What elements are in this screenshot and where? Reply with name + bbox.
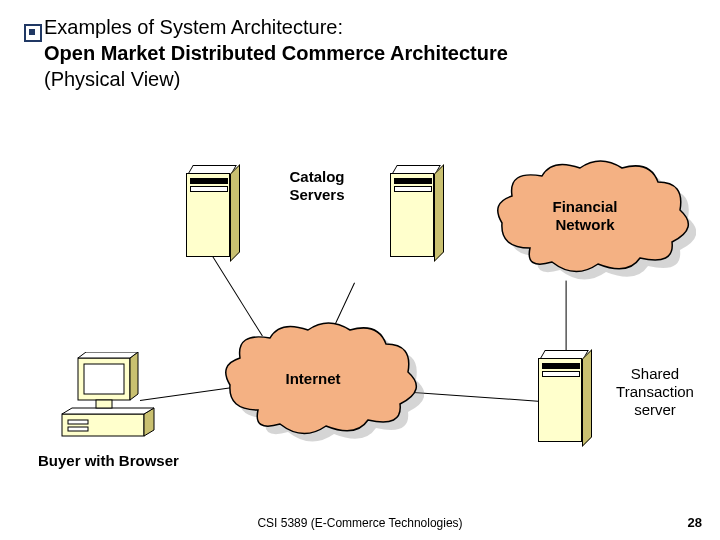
page-number: 28 (688, 515, 702, 530)
svg-rect-4 (68, 427, 88, 431)
bullet-icon (24, 24, 42, 42)
title-line1: Examples of System Architecture: (44, 16, 343, 38)
internet-label: Internet (218, 370, 408, 388)
financial-network-label: Financial Network (490, 198, 680, 234)
catalog-servers-label: Catalog Servers (262, 168, 372, 204)
server-icon (538, 350, 588, 440)
server-icon (186, 165, 236, 255)
slide: Examples of System Architecture: Open Ma… (0, 0, 720, 540)
slide-title: Examples of System Architecture: Open Ma… (44, 14, 508, 92)
internet-cloud: Internet (218, 320, 408, 430)
buyer-label: Buyer with Browser (38, 452, 218, 470)
title-line2: Open Market Distributed Commerce Archite… (44, 42, 508, 64)
pc-icon (56, 352, 166, 442)
server-icon (390, 165, 440, 255)
connector (565, 281, 566, 361)
footer-text: CSI 5389 (E-Commerce Technologies) (0, 516, 720, 530)
title-line3: (Physical View) (44, 68, 180, 90)
svg-rect-9 (96, 400, 112, 408)
svg-marker-7 (130, 352, 138, 400)
svg-rect-3 (68, 420, 88, 424)
svg-rect-6 (84, 364, 124, 394)
svg-marker-8 (78, 352, 138, 358)
svg-marker-2 (62, 408, 154, 414)
financial-network-cloud: Financial Network (490, 158, 680, 268)
shared-transaction-label: Shared Transaction server (600, 365, 710, 419)
svg-rect-0 (62, 414, 144, 436)
